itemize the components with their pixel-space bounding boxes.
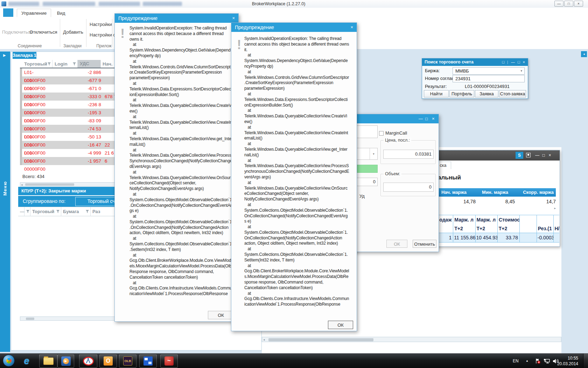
panel-close-icon[interactable]: × (547, 152, 553, 159)
menu-sidebar[interactable]: ▶ Меню (0, 52, 10, 352)
scroll-left-icon[interactable]: ◂ (21, 183, 23, 187)
dialog-close-icon[interactable]: × (432, 114, 435, 123)
stop-order-button[interactable]: Стоп-заявка (499, 90, 526, 97)
filter-funnel-icon[interactable] (48, 60, 51, 68)
column-header-uds[interactable]: УДС (78, 60, 101, 68)
column-header[interactable]: Марж. л (453, 215, 475, 224)
app-logo-icon[interactable]: S (516, 152, 523, 159)
margincall-checkbox[interactable] (379, 131, 384, 136)
dialog-minimize-icon[interactable]: — (419, 114, 423, 123)
taskbar-internet-explorer-icon[interactable]: e (20, 355, 33, 367)
tray-expand-icon[interactable]: ▲ (526, 359, 528, 362)
panel-minimize-icon[interactable]: — (534, 152, 540, 159)
column-header-torgovy[interactable]: Торговый (22, 60, 52, 68)
window-maximize-button[interactable]: □ (564, 1, 573, 7)
filter-funnel-icon[interactable] (56, 209, 59, 214)
disconnect-button[interactable]: Отключиться (29, 29, 57, 35)
dock-icon[interactable] (526, 153, 531, 157)
scrollbar-thumb[interactable] (26, 318, 34, 320)
network-icon[interactable] (544, 359, 550, 365)
accounts-horizontal-scrollbar[interactable]: ◂ (20, 182, 115, 186)
window-minimize-button[interactable]: — (554, 1, 564, 7)
panel-collapse-button[interactable]: ◂ (581, 51, 587, 57)
search-close-icon[interactable]: × (523, 59, 525, 66)
tab-upravlenie[interactable]: Управление (17, 9, 51, 17)
agreement-input[interactable]: 234931 (453, 75, 525, 82)
taskbar-media-player-button[interactable]: ▶ (57, 354, 74, 368)
show-desktop-button[interactable] (583, 354, 588, 368)
chevron-down-icon[interactable]: ▾ (370, 148, 377, 159)
menu-expand-icon[interactable]: ▶ (3, 53, 6, 57)
app-menu-button[interactable] (3, 8, 13, 17)
column-header[interactable] (520, 215, 537, 224)
column-subheader[interactable]: Т+2 (453, 224, 475, 233)
connect-button[interactable]: Подключиться (2, 29, 29, 35)
scrollbar-thumb[interactable] (25, 183, 74, 186)
taskbar-olb-button[interactable]: OLB (119, 354, 136, 368)
exchange-select[interactable]: ММВБ ▾ (453, 67, 525, 75)
tab-vid[interactable]: Вид (53, 9, 70, 17)
language-indicator[interactable]: EN (513, 359, 519, 363)
column-header-torgovy[interactable]: Торговый (30, 207, 61, 216)
filter-funnel-icon[interactable] (24, 207, 30, 216)
clock-date[interactable]: 20.03.2014 (554, 361, 578, 366)
column-header[interactable]: Мин. маржа (476, 188, 516, 197)
redacted-text (143, 2, 182, 6)
action-center-flag-icon[interactable] (535, 358, 540, 365)
search-panel-titlebar: Поиск торгового счета × □ — | □ (422, 59, 528, 66)
column-header[interactable] (537, 215, 554, 224)
filter-funnel-icon[interactable] (86, 209, 89, 214)
tab-zakladka-1[interactable]: Закладка 1 (13, 52, 36, 59)
add-bookmark-button[interactable]: Добавить (63, 29, 83, 35)
volume-input[interactable]: 0 (383, 183, 434, 192)
column-header[interactable]: Стоимос (498, 215, 520, 224)
column-header[interactable]: Марж. л (476, 215, 498, 224)
cancel-button[interactable]: Отменить (413, 240, 436, 248)
find-button[interactable]: Найти (424, 90, 449, 97)
settings-button[interactable]: Настройки (90, 22, 112, 27)
column-subheader[interactable]: Т+2 (498, 224, 520, 233)
start-button[interactable] (3, 355, 15, 367)
workspace-horizontal-scrollbar[interactable]: ◂ (262, 337, 561, 342)
column-subheader[interactable]: Н/ (554, 224, 559, 233)
search-maximize-icon[interactable]: □ (518, 59, 520, 66)
column-subheader[interactable]: Рез.(1 L (537, 224, 554, 233)
positions-data-row[interactable]: 1 11 155.86 10 454.93 33.78 -0.00031 (419, 233, 559, 243)
cell-value: 33.78 (498, 233, 520, 242)
window-close-button[interactable]: × (574, 1, 583, 7)
volume-group-label: Объем: (384, 171, 401, 176)
taskbar-windows-explorer-button[interactable] (39, 354, 57, 368)
column-header[interactable] (554, 215, 559, 224)
scroll-left-icon[interactable]: ◂ (263, 338, 265, 342)
scrollbar-thumb[interactable] (268, 338, 373, 341)
taskbar-dial-app-button[interactable]: ~ (160, 354, 178, 368)
taskbar-snipping-tool-button[interactable] (79, 354, 97, 368)
search-dock-icon[interactable]: □ (502, 59, 504, 66)
clock-time[interactable]: 10:55 (561, 356, 578, 361)
dialog-close-icon[interactable]: × (350, 23, 353, 32)
chevron-down-icon[interactable]: ▾ (520, 68, 522, 74)
ok-button[interactable]: ОК (386, 240, 407, 248)
group-connection-label: Соединение (4, 43, 55, 48)
filter-funnel-icon[interactable] (73, 60, 76, 68)
price-input[interactable]: 0.03381 (383, 150, 434, 159)
panel-maximize-icon[interactable]: □ (541, 152, 546, 159)
expand-arrow-icon[interactable]: ▸ (419, 206, 556, 210)
ud-label-partial: Уд (359, 193, 365, 199)
settings-window-button[interactable]: Настройки ок (90, 32, 118, 38)
dialog-close-icon[interactable]: × (232, 14, 235, 23)
column-subheader[interactable] (520, 224, 537, 233)
ok-button[interactable]: ОК (208, 311, 234, 319)
taskbar-outlook-button[interactable]: O (99, 354, 117, 368)
tree-expander-column[interactable]: — (18, 207, 24, 216)
dialog-maximize-icon[interactable]: □ (425, 114, 428, 123)
column-header-login[interactable]: Login (52, 60, 78, 68)
taskbar-file-transfer-button[interactable] (139, 354, 157, 368)
portfolio-button[interactable]: Портфель (449, 90, 474, 97)
ok-button[interactable]: ОК (328, 321, 353, 329)
order-button[interactable]: Заявка (475, 90, 498, 97)
search-minimize-icon[interactable]: — (511, 59, 515, 66)
column-header[interactable]: Скорр. маржа (516, 188, 556, 197)
column-subheader[interactable]: Т+2 (476, 224, 498, 233)
column-header-bumaga[interactable]: Бумага (61, 207, 91, 216)
